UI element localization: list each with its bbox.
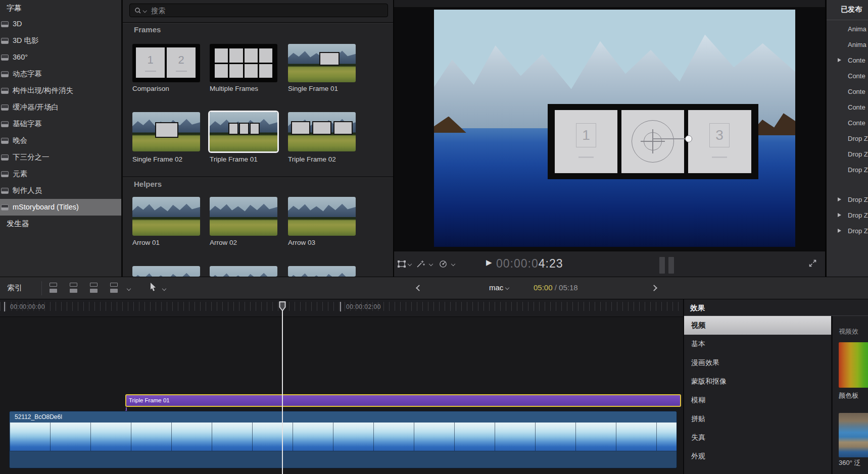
timeline-title-clip-selected[interactable]: Triple Frame 01 (125, 394, 681, 407)
timeline-video-clip[interactable]: 52112_BcO8De6l (9, 411, 677, 468)
inspector-row[interactable]: Drop Z (827, 192, 868, 207)
disclosure-triangle-icon[interactable] (838, 213, 841, 217)
transform-tool-icon[interactable] (397, 260, 407, 270)
sidebar-item-lower-thirds[interactable]: 下三分之一 (0, 149, 121, 166)
connect-edit-icon[interactable] (49, 282, 60, 294)
title-thumb-triple-frame-02[interactable] (288, 112, 356, 151)
title-icon (1, 88, 9, 94)
inspector-row[interactable]: Conte (827, 84, 868, 99)
triple-frame-title-overlay[interactable]: 1 3 (548, 104, 758, 179)
color-correction-icon[interactable] (439, 260, 448, 270)
previous-chevron-icon[interactable] (416, 285, 422, 291)
mini-frame (333, 121, 353, 135)
index-button[interactable]: 索引 (7, 283, 22, 293)
disclosure-triangle-icon[interactable] (838, 229, 841, 233)
inspector-row[interactable]: Conte (827, 115, 868, 131)
enhancements-wand-icon[interactable] (416, 260, 425, 270)
expand-viewer-icon[interactable] (808, 259, 817, 270)
inspector-row[interactable]: Drop Z (827, 162, 868, 178)
thumb-label: Arrow 03 (288, 239, 315, 246)
effects-category-blur[interactable]: 模糊 (684, 391, 831, 409)
effects-category-basics[interactable]: 基本 (684, 335, 831, 353)
video-canvas[interactable]: 1 3 (434, 10, 795, 247)
drop-zone-panel-1[interactable]: 1 (555, 110, 617, 173)
sidebar-item-mstoryboard[interactable]: mStoryboard (Titles) (0, 199, 121, 216)
title-thumb-multiple-frames[interactable] (210, 44, 277, 82)
sidebar-item-label: 基础字幕 (13, 120, 42, 128)
inspector-row[interactable]: Drop Z (827, 223, 868, 239)
effects-category-video[interactable]: 视频 (684, 316, 831, 335)
disclosure-triangle-icon[interactable] (838, 58, 841, 62)
playhead-handle[interactable] (278, 301, 286, 314)
inspector-row[interactable]: Drop Z (827, 131, 868, 146)
ruler-ticks (0, 302, 683, 311)
search-field[interactable] (129, 4, 388, 17)
effects-category-looks[interactable]: 外观 (684, 447, 831, 465)
title-thumb-comparison[interactable]: 1 2 (132, 44, 200, 82)
timeline-ruler[interactable]: 00:00:00:00 00:00:02:00 (0, 299, 683, 317)
transform-menu-chevron-icon[interactable] (408, 262, 412, 266)
enhancements-menu-chevron-icon[interactable] (429, 262, 433, 266)
audio-meter-right[interactable] (668, 257, 674, 274)
pointer-tool-icon[interactable] (150, 282, 157, 294)
title-thumb-triple-frame-01[interactable] (210, 112, 277, 151)
effects-category-comic[interactable]: 漫画效果 (684, 353, 831, 372)
edit-menu-chevron-icon[interactable] (127, 287, 131, 291)
insert-edit-icon[interactable] (69, 282, 80, 294)
sidebar-item-360[interactable]: 360° (0, 49, 121, 66)
title-thumb-single-frame-01[interactable] (288, 44, 356, 82)
effects-category-tiling[interactable]: 拼贴 (684, 409, 831, 428)
sidebar-item-3d-cinematic[interactable]: 3D 电影 (0, 32, 121, 49)
next-chevron-icon[interactable] (651, 285, 657, 291)
playhead-line[interactable] (282, 302, 283, 474)
sidebar-item-elements[interactable]: 元素 (0, 166, 121, 182)
final-cut-pro-window: 字幕 3D 3D 电影 360° 动态字幕 构件出现/构件消失 缓冲器/开场白 … (0, 0, 868, 474)
project-name-dropdown[interactable]: mac (489, 283, 509, 292)
title-thumb-single-frame-02[interactable] (132, 112, 200, 151)
inspector-row[interactable]: Drop Z (827, 146, 868, 162)
effect-thumb-360-pan[interactable] (839, 413, 868, 457)
title-thumb-partial[interactable] (132, 266, 200, 277)
title-thumb-arrow-02[interactable] (210, 197, 277, 236)
inspector-row[interactable]: Conte (827, 99, 868, 115)
divider (123, 177, 393, 177)
overwrite-edit-icon[interactable] (109, 282, 120, 294)
inspector-row[interactable]: Anima (827, 21, 868, 37)
sidebar-category-generators[interactable]: 发生器 (0, 216, 121, 231)
tool-menu-chevron-icon[interactable] (162, 287, 166, 291)
frame-tile (215, 64, 228, 78)
sidebar-item-build-in-out[interactable]: 构件出现/构件消失 (0, 82, 121, 99)
play-button[interactable]: ▶ (486, 258, 492, 267)
drop-zone-panel-3[interactable]: 3 (688, 110, 751, 173)
sidebar-item-3d[interactable]: 3D (0, 16, 121, 32)
effects-category-masks-keying[interactable]: 蒙版和抠像 (684, 372, 831, 391)
sidebar-item-social[interactable]: 晚会 (0, 132, 121, 149)
color-menu-chevron-icon[interactable] (451, 262, 455, 266)
sidebar-category-titles[interactable]: 字幕 (0, 0, 121, 16)
search-input[interactable] (150, 6, 383, 15)
audio-meter-left[interactable] (659, 257, 665, 274)
rotation-handle-dot[interactable] (685, 135, 692, 142)
sidebar-item-bumper-opener[interactable]: 缓冲器/开场白 (0, 99, 121, 116)
append-edit-icon[interactable] (89, 282, 100, 294)
inspector-row[interactable]: Anima (827, 37, 868, 52)
sidebar-item-animated[interactable]: 动态字幕 (0, 66, 121, 82)
effects-category-distortion[interactable]: 失真 (684, 428, 831, 447)
title-thumb-arrow-01[interactable] (132, 197, 200, 236)
thumb-label: Single Frame 01 (288, 85, 338, 92)
title-thumb-partial[interactable] (210, 266, 277, 277)
title-thumb-arrow-03[interactable] (288, 197, 356, 236)
inspector-row[interactable]: Conte (827, 52, 868, 68)
timeline-panel[interactable]: 00:00:00:00 00:00:02:00 Triple Frame 01 … (0, 299, 683, 474)
disclosure-triangle-icon[interactable] (838, 197, 841, 201)
inspector-row[interactable]: Drop Z (827, 207, 868, 223)
sidebar-item-label: 制作人员 (13, 186, 42, 194)
inspector-row[interactable]: Conte (827, 68, 868, 84)
sidebar-item-basic[interactable]: 基础字幕 (0, 116, 121, 132)
effect-thumb-color-board[interactable] (839, 342, 868, 388)
viewer-timecode: 00:00:04:23 (496, 257, 563, 271)
title-thumb-partial[interactable] (288, 266, 356, 277)
sidebar-item-credits[interactable]: 制作人员 (0, 182, 121, 199)
thumbnail-photo (288, 197, 356, 236)
inspector-row-label: Conte (848, 115, 865, 131)
